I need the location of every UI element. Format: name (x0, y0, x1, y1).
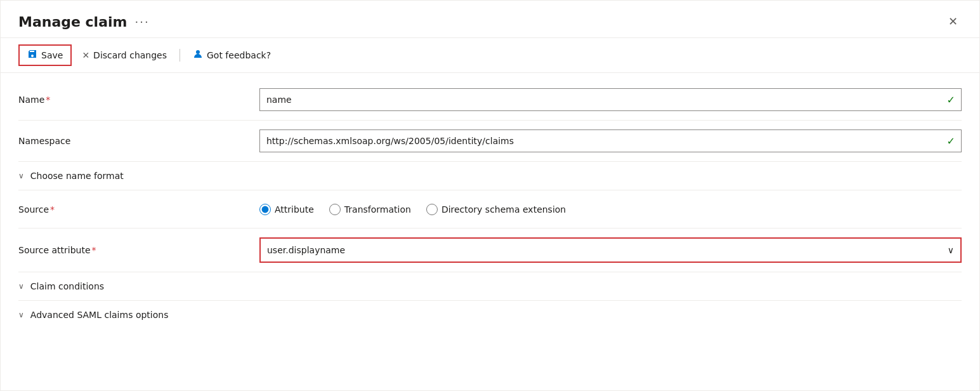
source-attribute-select-wrapper: user.displayname ∨ (259, 237, 962, 263)
manage-claim-panel: Manage claim ··· ✕ Save ✕ Discard change… (0, 0, 980, 391)
radio-directory-schema[interactable]: Directory schema extension (426, 204, 566, 215)
advanced-saml-label: Advanced SAML claims options (30, 310, 169, 320)
source-attribute-select[interactable]: user.displayname (261, 239, 960, 262)
toolbar: Save ✕ Discard changes Got feedback? (1, 38, 979, 73)
namespace-label: Namespace (18, 136, 259, 146)
svg-point-0 (196, 50, 200, 54)
name-row: Name* ✓ (18, 79, 962, 121)
advanced-saml-row[interactable]: ∨ Advanced SAML claims options (18, 301, 962, 329)
toolbar-separator (180, 49, 180, 62)
choose-name-format-row[interactable]: ∨ Choose name format (18, 162, 962, 190)
source-radio-group: Attribute Transformation Directory schem… (259, 204, 962, 215)
namespace-control: ✓ (259, 129, 962, 152)
title-row: Manage claim ··· (18, 14, 150, 30)
claim-conditions-label: Claim conditions (30, 281, 104, 291)
source-control: Attribute Transformation Directory schem… (259, 204, 962, 215)
radio-directory-label: Directory schema extension (441, 204, 566, 215)
choose-name-format-label: Choose name format (30, 171, 124, 181)
source-attribute-label: Source attribute* (18, 245, 259, 255)
source-label: Source* (18, 204, 259, 215)
panel-title: Manage claim (18, 14, 127, 30)
radio-attribute-input[interactable] (259, 204, 271, 215)
form-body: Name* ✓ Namespace ✓ ∨ (1, 73, 979, 335)
radio-attribute-label: Attribute (275, 204, 314, 215)
radio-transformation-input[interactable] (329, 204, 341, 215)
namespace-check-icon: ✓ (947, 135, 955, 147)
namespace-row: Namespace ✓ (18, 121, 962, 162)
radio-transformation-label: Transformation (344, 204, 411, 215)
save-label: Save (41, 50, 63, 60)
name-check-icon: ✓ (947, 94, 955, 106)
save-button[interactable]: Save (18, 44, 72, 66)
source-attribute-required: * (92, 245, 96, 255)
feedback-label: Got feedback? (207, 50, 271, 60)
radio-transformation[interactable]: Transformation (329, 204, 411, 215)
radio-attribute[interactable]: Attribute (259, 204, 314, 215)
discard-icon: ✕ (82, 50, 89, 60)
panel-dots: ··· (134, 15, 149, 29)
source-row: Source* Attribute Transformation Directo… (18, 190, 962, 229)
radio-directory-input[interactable] (426, 204, 438, 215)
namespace-input[interactable] (259, 129, 962, 152)
close-button[interactable]: ✕ (944, 13, 962, 30)
feedback-button[interactable]: Got feedback? (183, 46, 281, 65)
choose-name-format-chevron-icon: ∨ (18, 171, 24, 180)
feedback-icon (193, 49, 203, 62)
source-attribute-row: Source attribute* user.displayname ∨ (18, 229, 962, 272)
source-attribute-control: user.displayname ∨ (259, 237, 962, 263)
save-icon (27, 49, 37, 62)
close-icon: ✕ (948, 15, 958, 28)
discard-changes-button[interactable]: ✕ Discard changes (72, 47, 177, 63)
source-required: * (50, 204, 55, 215)
panel-header: Manage claim ··· ✕ (1, 1, 979, 38)
name-label: Name* (18, 95, 259, 105)
namespace-input-wrapper: ✓ (259, 129, 962, 152)
claim-conditions-row[interactable]: ∨ Claim conditions (18, 272, 962, 301)
claim-conditions-chevron-icon: ∨ (18, 282, 24, 291)
name-control: ✓ (259, 88, 962, 111)
name-input-wrapper: ✓ (259, 88, 962, 111)
advanced-saml-chevron-icon: ∨ (18, 310, 24, 319)
discard-label: Discard changes (93, 50, 167, 60)
name-input[interactable] (259, 88, 962, 111)
name-required: * (46, 95, 50, 105)
